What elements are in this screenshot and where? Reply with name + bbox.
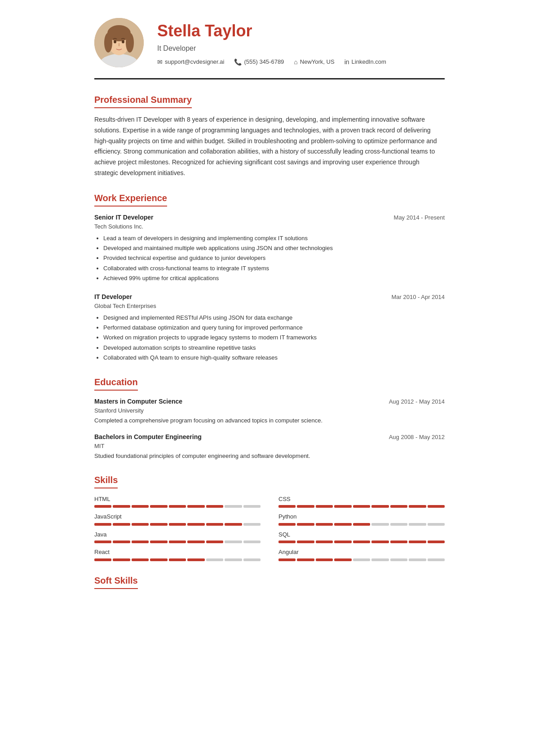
soft-skills-section: Soft Skills	[94, 574, 445, 595]
skill-seg-6-1	[113, 558, 130, 561]
svg-point-8	[122, 40, 124, 44]
skill-seg-6-0	[94, 558, 111, 561]
skill-seg-1-1	[297, 505, 314, 508]
skill-seg-5-3	[334, 541, 351, 543]
job-title: It Developer	[157, 43, 445, 54]
skill-item-1: CSS	[278, 495, 445, 508]
skill-bar-3	[278, 523, 445, 526]
exp-header-0: Senior IT Developer May 2014 - Present	[94, 213, 445, 222]
skill-seg-5-4	[353, 541, 370, 543]
avatar	[94, 18, 144, 67]
skill-seg-6-2	[132, 558, 149, 561]
skill-seg-6-6	[206, 558, 223, 561]
skill-seg-3-0	[278, 523, 296, 526]
email-text: support@cvdesigner.ai	[165, 57, 224, 66]
skill-seg-3-4	[353, 523, 370, 526]
skill-seg-4-3	[150, 541, 167, 543]
skill-seg-4-0	[94, 541, 111, 543]
skill-seg-5-7	[409, 541, 426, 543]
skill-item-4: Java	[94, 530, 261, 544]
exp-date-1: Mar 2010 - Apr 2014	[391, 293, 445, 302]
education-title: Education	[94, 375, 138, 391]
skill-name-1: CSS	[278, 495, 445, 504]
skill-name-0: HTML	[94, 495, 261, 504]
bullet-1-3: Developed automation scripts to streamli…	[103, 343, 445, 353]
edu-header-0: Masters in Computer Science Aug 2012 - M…	[94, 397, 445, 406]
edu-entry-0: Masters in Computer Science Aug 2012 - M…	[94, 397, 445, 425]
skill-name-3: Python	[278, 512, 445, 521]
location-text: NewYork, US	[300, 57, 335, 66]
exp-header-1: IT Developer Mar 2010 - Apr 2014	[94, 292, 445, 302]
skill-seg-3-5	[371, 523, 389, 526]
skill-name-7: Angular	[278, 548, 445, 557]
skill-seg-0-7	[225, 505, 242, 508]
skill-name-6: React	[94, 548, 261, 557]
skill-seg-5-1	[297, 541, 314, 543]
summary-section: Professional Summary Results-driven IT D…	[94, 93, 445, 179]
edu-header-1: Bachelors in Computer Engineering Aug 20…	[94, 432, 445, 442]
experience-entry-1: IT Developer Mar 2010 - Apr 2014 Global …	[94, 292, 445, 363]
skill-bar-0	[94, 505, 261, 508]
exp-title-0: Senior IT Developer	[94, 213, 153, 222]
edu-date-1: Aug 2008 - May 2012	[389, 433, 445, 442]
exp-date-0: May 2014 - Present	[394, 213, 445, 222]
skill-item-6: React	[94, 548, 261, 561]
skill-seg-1-2	[316, 505, 333, 508]
skill-seg-5-5	[371, 541, 389, 543]
skill-bar-2	[94, 523, 261, 526]
skill-seg-4-5	[187, 541, 204, 543]
email-contact: ✉ support@cvdesigner.ai	[157, 57, 224, 67]
svg-point-7	[114, 40, 116, 44]
education-section: Education Masters in Computer Science Au…	[94, 375, 445, 461]
bullet-1-4: Collaborated with QA team to ensure high…	[103, 353, 445, 363]
skill-bar-4	[94, 541, 261, 543]
skill-seg-4-6	[206, 541, 223, 543]
skill-seg-5-0	[278, 541, 296, 543]
skill-seg-0-4	[169, 505, 186, 508]
skill-seg-2-2	[132, 523, 149, 526]
soft-skills-title: Soft Skills	[94, 574, 138, 589]
skill-item-0: HTML	[94, 495, 261, 508]
skill-seg-1-4	[353, 505, 370, 508]
summary-title: Professional Summary	[94, 93, 192, 108]
skill-seg-7-5	[371, 558, 389, 561]
skill-seg-5-8	[428, 541, 445, 543]
exp-company-0: Tech Solutions Inc.	[94, 222, 445, 231]
skill-seg-7-1	[297, 558, 314, 561]
bullet-0-0: Lead a team of developers in designing a…	[103, 233, 445, 243]
skill-seg-2-0	[94, 523, 111, 526]
work-experience-title: Work Experience	[94, 191, 167, 207]
skill-seg-0-5	[187, 505, 204, 508]
exp-bullets-1: Designed and implemented RESTful APIs us…	[94, 313, 445, 362]
bullet-0-4: Achieved 99% uptime for critical applica…	[103, 273, 445, 283]
skill-seg-4-4	[169, 541, 186, 543]
skill-seg-1-7	[409, 505, 426, 508]
skill-seg-3-2	[316, 523, 333, 526]
bullet-1-0: Designed and implemented RESTful APIs us…	[103, 313, 445, 323]
skill-seg-4-2	[132, 541, 149, 543]
skill-seg-1-0	[278, 505, 296, 508]
edu-desc-0: Completed a comprehensive program focusi…	[94, 416, 445, 425]
skill-bar-6	[94, 558, 261, 561]
skill-seg-4-7	[225, 541, 242, 543]
skill-seg-7-2	[316, 558, 333, 561]
skill-seg-4-8	[243, 541, 261, 543]
skill-seg-1-6	[390, 505, 407, 508]
skill-seg-3-8	[428, 523, 445, 526]
phone-contact: 📞 (555) 345-6789	[234, 57, 284, 67]
skill-seg-0-6	[206, 505, 223, 508]
linkedin-text: LinkedIn.com	[352, 57, 386, 66]
skill-seg-2-3	[150, 523, 167, 526]
skill-seg-6-8	[243, 558, 261, 561]
skill-seg-4-1	[113, 541, 130, 543]
skill-seg-3-6	[390, 523, 407, 526]
skill-seg-7-6	[390, 558, 407, 561]
skill-seg-1-3	[334, 505, 351, 508]
header-info: Stella Taylor It Developer ✉ support@cvd…	[157, 19, 445, 67]
summary-text: Results-driven IT Developer with 8 years…	[94, 114, 445, 179]
bullet-0-2: Provided technical expertise and guidanc…	[103, 253, 445, 263]
email-icon: ✉	[157, 57, 163, 67]
skill-item-2: JavaScript	[94, 512, 261, 526]
exp-bullets-0: Lead a team of developers in designing a…	[94, 233, 445, 283]
bullet-0-3: Collaborated with cross-functional teams…	[103, 264, 445, 273]
